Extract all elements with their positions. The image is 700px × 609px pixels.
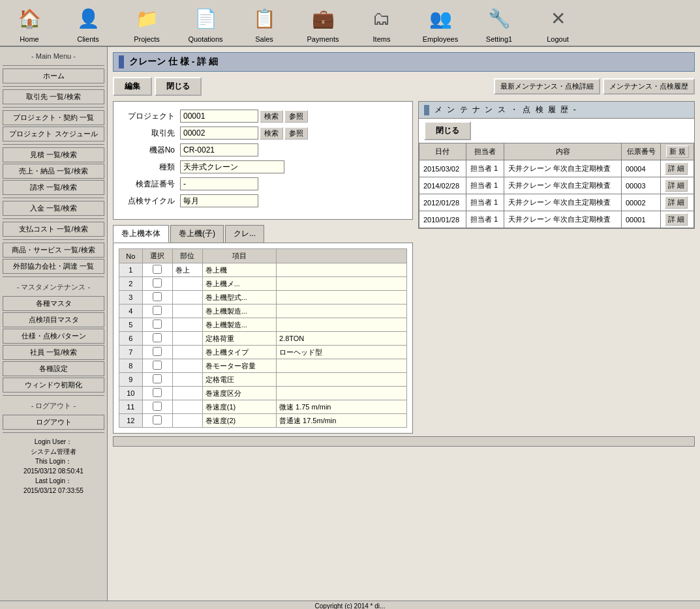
detail-button[interactable]: 詳 細: [665, 162, 688, 175]
sidebar-btn-invoices[interactable]: 請求 一覧/検索: [3, 180, 104, 195]
maint-col-slip: 伝票番号: [621, 143, 660, 160]
nav-setting1[interactable]: 🔧 Setting1: [470, 3, 528, 43]
sidebar-btn-costs[interactable]: 支払コスト 一覧/検索: [3, 222, 104, 237]
client-search-btn[interactable]: 検索: [260, 127, 283, 140]
col-select: 選択: [142, 249, 172, 263]
row-select[interactable]: [142, 387, 172, 400]
inner-table-scroll[interactable]: No 選択 部位 項目 1巻上巻上機2巻上機メ...3巻上機型式...4巻上機製…: [119, 248, 407, 428]
row-select[interactable]: [142, 346, 172, 359]
form-row-machine-no: 機器No: [121, 143, 404, 156]
sidebar-btn-payments[interactable]: 入金 一覧/検索: [3, 201, 104, 216]
row-select[interactable]: [142, 277, 172, 291]
row-select[interactable]: [142, 332, 172, 346]
row-item: 巻上機製造...: [202, 304, 276, 318]
row-select[interactable]: [142, 359, 172, 373]
login-info: Login User： システム管理者 This Login： 2015/03/…: [3, 436, 104, 497]
cycle-input[interactable]: [180, 194, 258, 207]
sidebar-btn-settings[interactable]: 各種設定: [3, 361, 104, 376]
maint-table-row: 2014/02/28担当者 1天井クレーン 年次自主定期検査00003詳 細: [419, 177, 694, 194]
maint-close-button[interactable]: 閉じる: [424, 121, 471, 140]
left-column: プロジェクト 検索 参照 取引先 検索 参照: [113, 101, 413, 434]
sidebar-btn-projects[interactable]: プロジェクト・契約 一覧: [3, 110, 104, 125]
tab-main-hoist[interactable]: 巻上機本体: [113, 225, 169, 243]
nav-projects[interactable]: 📁 Projects: [117, 3, 176, 43]
nav-logout[interactable]: ✕ Logout: [528, 3, 587, 43]
row-item: 定格荷重: [202, 332, 276, 346]
sidebar-btn-init[interactable]: ウィンドウ初期化: [3, 378, 104, 393]
sidebar-btn-home[interactable]: ホーム: [3, 68, 104, 83]
sidebar-btn-sales[interactable]: 売上・納品 一覧/検索: [3, 164, 104, 179]
row-no: 11: [119, 400, 143, 414]
sidebar-btn-external[interactable]: 外部協力会社・調達 一覧: [3, 259, 104, 274]
row-select[interactable]: [142, 373, 172, 387]
maint-row-slip: 00002: [621, 194, 660, 211]
row-item: 定格電圧: [202, 373, 276, 387]
client-input[interactable]: [180, 126, 258, 140]
sidebar-btn-patterns[interactable]: 仕様・点検パターン: [3, 329, 104, 344]
sidebar-btn-clients[interactable]: 取引先 一覧/検索: [3, 89, 104, 104]
tab-crane[interactable]: クレ...: [225, 225, 264, 243]
maint-row-detail[interactable]: 詳 細: [661, 160, 694, 177]
row-select[interactable]: [142, 318, 172, 332]
maint-row-detail[interactable]: 詳 細: [661, 194, 694, 211]
type-input[interactable]: [180, 160, 284, 173]
detail-button[interactable]: 詳 細: [665, 213, 688, 226]
project-ref-btn[interactable]: 参照: [284, 110, 308, 123]
close-button[interactable]: 閉じる: [155, 77, 202, 96]
row-value: 2.8TON: [277, 332, 407, 346]
sidebar-btn-logout[interactable]: ログアウト: [3, 415, 104, 430]
maint-row-person: 担当者 1: [466, 160, 504, 177]
bottom-scrollbar[interactable]: [113, 436, 695, 447]
detail-button[interactable]: 詳 細: [665, 179, 688, 192]
sidebar-btn-quotes[interactable]: 見積 一覧/検索: [3, 147, 104, 162]
maint-row-detail[interactable]: 詳 細: [661, 177, 694, 194]
client-ref-btn[interactable]: 参照: [284, 127, 308, 140]
nav-quotations[interactable]: 📄 Quotations: [176, 3, 235, 43]
maint-table-row: 2010/01/28担当者 1天井クレーン 年次自主定期検査00001詳 細: [419, 211, 694, 228]
row-value: [277, 373, 407, 387]
row-select[interactable]: [142, 400, 172, 414]
nav-sales[interactable]: 📋 Sales: [235, 3, 294, 43]
sidebar-btn-staff[interactable]: 社員 一覧/検索: [3, 345, 104, 360]
machine-no-input[interactable]: [180, 143, 258, 156]
nav-quotations-label: Quotations: [188, 35, 222, 43]
row-select[interactable]: [142, 304, 172, 318]
inspector-input[interactable]: [180, 177, 258, 190]
tab-sub-hoist[interactable]: 巻上機(子): [170, 225, 224, 243]
row-select[interactable]: [142, 414, 172, 428]
nav-employees[interactable]: 👥 Employees: [411, 3, 470, 43]
row-item: 巻速度(2): [202, 414, 276, 428]
detail-button[interactable]: 詳 細: [665, 196, 688, 209]
sales-icon: 📋: [249, 3, 280, 34]
page-title-bar: クレーン 仕 様 - 詳 細: [113, 52, 695, 72]
edit-button[interactable]: 編集: [113, 77, 152, 96]
nav-payments[interactable]: 💼 Payments: [294, 3, 352, 43]
project-input[interactable]: [180, 110, 258, 123]
last-login-label: Last Login：: [3, 476, 104, 486]
row-value: [277, 291, 407, 304]
maint-row-slip: 00004: [621, 160, 660, 177]
nav-clients-label: Clients: [77, 35, 99, 43]
latest-maint-button[interactable]: 最新メンテナンス・点検詳細: [494, 78, 600, 95]
type-label: 種類: [121, 162, 180, 173]
col-unit: 部位: [172, 249, 202, 263]
nav-home[interactable]: 🏠 Home: [0, 3, 59, 43]
maint-history-button[interactable]: メンテナンス・点検履歴: [603, 78, 695, 95]
maint-row-content: 天井クレーン 年次自主定期検査: [504, 177, 622, 194]
row-item: 巻上機型式...: [202, 291, 276, 304]
sidebar: - Main Menu - ホーム 取引先 一覧/検索 プロジェクト・契約 一覧…: [0, 47, 108, 601]
nav-items[interactable]: 🗂 Items: [352, 3, 411, 43]
sidebar-btn-products[interactable]: 商品・サービス 一覧/検索: [3, 243, 104, 258]
sidebar-btn-schedule[interactable]: プロジェクト スケジュール: [3, 126, 104, 141]
project-search-btn[interactable]: 検索: [260, 110, 283, 123]
maint-new-btn[interactable]: 新 規: [666, 145, 689, 158]
nav-clients[interactable]: 👤 Clients: [59, 3, 117, 43]
sidebar-btn-types[interactable]: 各種マスタ: [3, 296, 104, 311]
row-select[interactable]: [142, 291, 172, 304]
page-footer: Copyright (c) 2014 * di...: [0, 601, 700, 609]
row-select[interactable]: [142, 263, 172, 277]
sidebar-btn-inspection[interactable]: 点検項目マスタ: [3, 312, 104, 327]
maint-row-slip: 00003: [621, 177, 660, 194]
maint-row-detail[interactable]: 詳 細: [661, 211, 694, 228]
row-item: 巻速度(1): [202, 400, 276, 414]
